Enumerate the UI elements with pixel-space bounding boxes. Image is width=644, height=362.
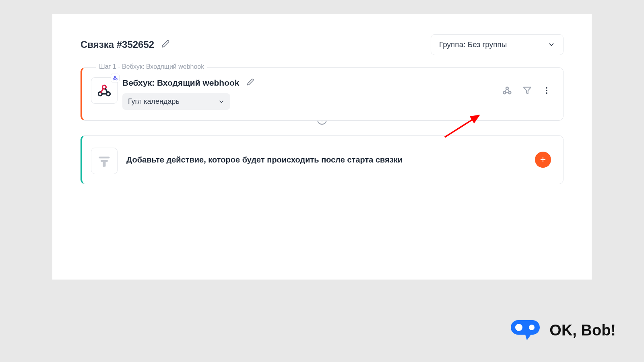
svg-point-11 [546, 90, 547, 91]
svg-marker-9 [524, 87, 531, 94]
webhook-badge [111, 74, 120, 82]
webhook-source-label: Гугл календарь [128, 97, 180, 106]
header-row: Связка #352652 Группа: Без группы [52, 14, 592, 67]
brand: OK, Bob! [511, 319, 616, 342]
step-logo [91, 77, 118, 104]
action-placeholder-icon [97, 154, 111, 168]
svg-point-10 [546, 87, 547, 89]
filter-button[interactable] [523, 86, 532, 97]
svg-rect-22 [511, 320, 540, 335]
svg-point-23 [515, 324, 522, 331]
pencil-icon [161, 40, 169, 48]
action-prompt-card: Добавьте действие, которое будет происхо… [80, 135, 564, 184]
step-body: Гугл календарь [122, 93, 551, 110]
step-title: Вебхук: Входящий webhook [122, 78, 239, 88]
step-title-row: Вебхук: Входящий webhook [122, 78, 551, 88]
svg-point-24 [529, 325, 535, 330]
svg-point-12 [546, 93, 547, 94]
filter-icon [523, 86, 532, 95]
chevron-down-icon [218, 99, 225, 105]
action-logo [91, 148, 118, 174]
add-action-button[interactable] [535, 152, 551, 168]
webhook-settings-button[interactable] [502, 85, 512, 97]
brand-logo-icon [511, 319, 542, 342]
action-prompt-text: Добавьте действие, которое будет происхо… [126, 155, 402, 165]
plus-icon [539, 156, 547, 163]
webhook-icon [96, 82, 112, 99]
bundle-title: Связка #352652 [80, 39, 154, 50]
step-card-1: Шаг 1 - Вебхук: Входящий webhook [80, 67, 564, 121]
edit-step-button[interactable] [247, 78, 254, 87]
step-actions [502, 85, 551, 97]
edit-title-button[interactable] [161, 40, 169, 49]
title-wrap: Связка #352652 [80, 39, 169, 50]
webhook-icon [502, 85, 512, 96]
webhook-mini-icon [112, 75, 118, 81]
pencil-icon [247, 78, 254, 86]
chevron-down-icon [548, 41, 555, 48]
step-label: Шаг 1 - Вебхук: Входящий webhook [96, 63, 207, 70]
webhook-source-select[interactable]: Гугл календарь [122, 93, 230, 110]
brand-text: OK, Bob! [549, 322, 616, 339]
group-select[interactable]: Группа: Без группы [431, 34, 564, 55]
group-select-label: Группа: Без группы [439, 40, 507, 49]
more-button[interactable] [542, 86, 551, 97]
more-vertical-icon [542, 86, 551, 95]
main-panel: Связка #352652 Группа: Без группы Шаг 1 … [52, 14, 592, 280]
